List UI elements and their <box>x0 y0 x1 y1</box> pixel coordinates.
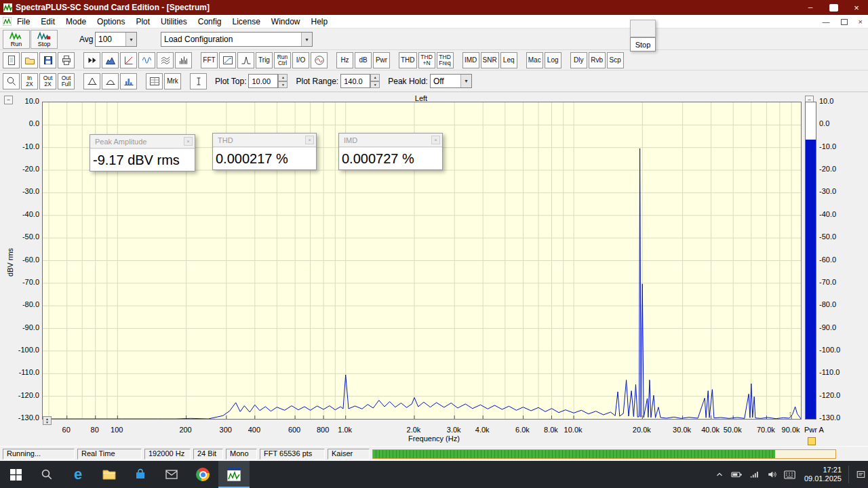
log-button[interactable]: Log <box>545 52 561 68</box>
meter-options-button[interactable] <box>808 437 816 445</box>
taskbar-spectraplus-button[interactable] <box>218 461 250 488</box>
marker-button[interactable]: Mrk <box>164 73 181 89</box>
taskbar-clock[interactable]: 17:21 09.01.2025 <box>804 466 842 483</box>
run-control-button[interactable]: RunCtrl <box>274 52 291 68</box>
curve-fit-button[interactable] <box>102 73 119 89</box>
load-configuration-dropdown[interactable]: Load Configuration ▾ <box>161 32 313 47</box>
network-icon[interactable] <box>749 468 761 481</box>
hidden-icons-chevron[interactable] <box>713 468 726 481</box>
imd-panel-header[interactable]: IMD × <box>339 134 442 147</box>
print-button[interactable] <box>58 52 75 68</box>
menu-plot[interactable]: Plot <box>130 16 155 28</box>
plot-resize-handle[interactable]: ↕ <box>789 410 792 417</box>
spin-up-icon[interactable]: ▲ <box>278 74 288 81</box>
menu-window[interactable]: Window <box>266 16 306 28</box>
action-center-icon[interactable] <box>854 468 867 481</box>
io-button[interactable]: I/O <box>292 52 309 68</box>
db-units-button[interactable]: dB <box>355 52 372 68</box>
spin-down-icon[interactable]: ▼ <box>370 81 380 89</box>
menu-utilities[interactable]: Utilities <box>155 16 193 28</box>
thd-panel-header[interactable]: THD × <box>213 134 316 147</box>
maximize-button[interactable] <box>822 0 845 15</box>
run-button[interactable]: Run <box>3 30 30 49</box>
leq-button[interactable]: Leq <box>500 52 517 68</box>
mdi-minimize-button[interactable]: — <box>823 18 830 26</box>
fast-forward-button[interactable] <box>83 52 100 68</box>
delay-button[interactable]: Dly <box>570 52 587 68</box>
menu-mode[interactable]: Mode <box>60 16 92 28</box>
x-scroll-spinner[interactable]: ▲▼ <box>43 416 52 425</box>
taskbar-store-button[interactable] <box>125 461 156 488</box>
histogram-button[interactable] <box>120 73 137 89</box>
taskbar-edge-button[interactable]: e <box>62 461 94 488</box>
start-button[interactable] <box>0 461 31 488</box>
save-button[interactable] <box>39 52 56 68</box>
reverb-button[interactable]: Rvb <box>589 52 606 68</box>
imd-button[interactable]: IMD <box>462 52 479 68</box>
close-button[interactable]: × <box>845 0 868 15</box>
status-window-function: Kaiser <box>328 449 370 460</box>
snr-button[interactable]: SNR <box>481 52 499 68</box>
signal-generator-button[interactable] <box>311 52 328 68</box>
panel-close-button[interactable]: × <box>431 136 440 144</box>
taskbar-chrome-button[interactable] <box>187 461 218 488</box>
open-file-button[interactable] <box>21 52 38 68</box>
waterfall-view-button[interactable] <box>157 52 174 68</box>
search-button[interactable] <box>31 461 62 488</box>
spin-up-icon[interactable]: ▲ <box>370 74 380 81</box>
scope-button[interactable]: Scp <box>607 52 624 68</box>
peak-amplitude-panel-header[interactable]: Peak Amplitude × <box>90 135 195 148</box>
thd-button[interactable]: THD <box>399 52 417 68</box>
averages-label: Avg <box>79 35 93 44</box>
time-series-button[interactable] <box>138 52 155 68</box>
phase-view-button[interactable] <box>120 52 137 68</box>
spectrum-view-button[interactable] <box>102 52 119 68</box>
chevron-down-icon[interactable]: ▾ <box>125 33 136 46</box>
mdi-restore-button[interactable] <box>841 19 848 25</box>
data-table-button[interactable] <box>146 73 163 89</box>
chevron-down-icon[interactable]: ▾ <box>301 33 312 46</box>
plot-top-spinner[interactable]: 10.00 ▲▼ <box>248 74 288 88</box>
cursor-button[interactable] <box>190 73 207 89</box>
new-file-button[interactable] <box>3 52 20 68</box>
impulse-view-button[interactable] <box>237 52 254 68</box>
chevron-down-icon[interactable]: ▾ <box>460 75 471 87</box>
menu-config[interactable]: Config <box>193 16 227 28</box>
menu-options[interactable]: Options <box>92 16 130 28</box>
power-units-button[interactable]: Pwr <box>373 52 390 68</box>
panel-title: Peak Amplitude <box>95 138 184 146</box>
mdi-close-button[interactable]: × <box>859 18 863 26</box>
thd-freq-button[interactable]: THDFreq <box>437 52 454 68</box>
hz-units-button[interactable]: Hz <box>336 52 353 68</box>
peak-hold-dropdown[interactable]: Off ▾ <box>430 74 472 88</box>
spin-down-icon[interactable]: ▼ <box>278 81 288 89</box>
spectrogram-view-button[interactable] <box>175 52 192 68</box>
zoom-in-2x-button[interactable]: In2X <box>21 73 38 89</box>
plot-range-spinner[interactable]: 140.0 ▲▼ <box>340 74 380 88</box>
floating-toolbar-button[interactable] <box>630 20 656 37</box>
menu-license[interactable]: License <box>226 16 265 28</box>
keyboard-icon[interactable] <box>784 468 796 481</box>
minimize-button[interactable]: − <box>799 0 822 15</box>
fft-settings-button[interactable]: FFT <box>201 52 218 68</box>
stop-button[interactable]: Stop <box>31 30 58 49</box>
taskbar-mail-button[interactable] <box>156 461 187 488</box>
panel-close-button[interactable]: × <box>184 137 193 146</box>
thd-n-button-label: THD+N <box>420 54 432 66</box>
macro-button[interactable]: Mac <box>526 52 543 68</box>
taskbar-file-explorer-button[interactable] <box>94 461 125 488</box>
zoom-out-full-button[interactable]: OutFull <box>58 73 75 89</box>
volume-icon[interactable] <box>766 468 778 481</box>
thd-n-button[interactable]: THD+N <box>418 52 435 68</box>
battery-icon[interactable] <box>731 468 743 481</box>
panel-close-button[interactable]: × <box>305 136 314 144</box>
menu-edit[interactable]: Edit <box>35 16 60 28</box>
trigger-button[interactable]: Trig <box>256 52 273 68</box>
menu-file[interactable]: File <box>12 16 35 28</box>
averages-dropdown[interactable]: 100 ▾ <box>95 32 137 47</box>
menu-help[interactable]: Help <box>306 16 334 28</box>
zoom-button[interactable] <box>3 73 20 89</box>
zoom-out-2x-button[interactable]: Out2X <box>39 73 56 89</box>
peak-marker-button[interactable] <box>83 73 100 89</box>
transfer-function-button[interactable] <box>219 52 236 68</box>
